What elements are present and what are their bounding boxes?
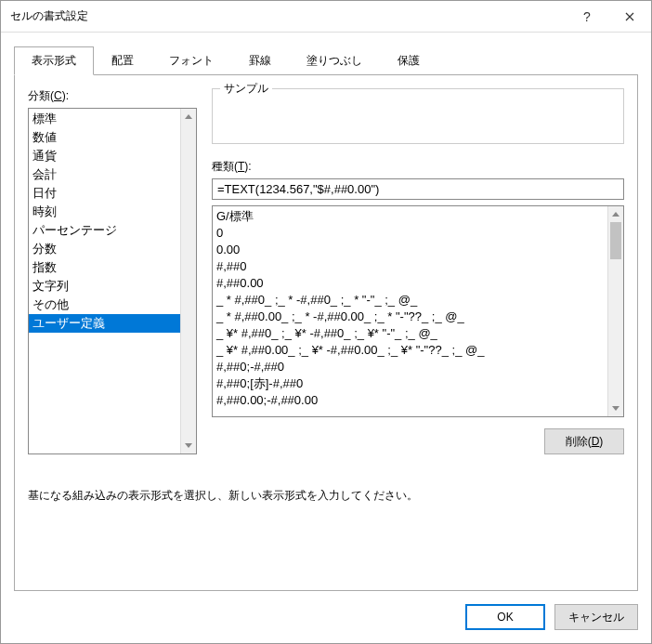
list-item[interactable]: #,##0;[赤]-#,##0 — [216, 375, 604, 392]
scroll-down-icon[interactable] — [608, 401, 623, 416]
list-item[interactable]: 0 — [216, 225, 604, 242]
category-column: 分類(C): 標準 数値 通貨 会計 日付 時刻 パーセンテージ 分数 指数 — [28, 88, 197, 454]
type-items: G/標準 0 0.00 #,##0 #,##0.00 _ * #,##0_ ;_… — [213, 206, 607, 416]
tab-number-format[interactable]: 表示形式 — [14, 46, 94, 75]
scroll-thumb[interactable] — [610, 222, 621, 259]
list-item[interactable]: 日付 — [29, 184, 180, 203]
list-item[interactable]: パーセンテージ — [29, 221, 180, 240]
tab-protection[interactable]: 保護 — [380, 46, 437, 75]
close-icon — [625, 12, 634, 21]
type-input[interactable] — [212, 178, 624, 200]
list-item[interactable]: #,##0 — [216, 258, 604, 275]
help-button[interactable]: ? — [566, 1, 608, 33]
tab-font[interactable]: フォント — [151, 46, 231, 75]
category-items: 標準 数値 通貨 会計 日付 時刻 パーセンテージ 分数 指数 文字列 その他 … — [29, 109, 180, 453]
list-item[interactable]: 0.00 — [216, 242, 604, 258]
list-item[interactable]: その他 — [29, 296, 180, 314]
list-item[interactable]: 通貨 — [29, 147, 180, 165]
list-item[interactable]: 文字列 — [29, 277, 180, 296]
dialog-format-cells: セルの書式設定 ? 表示形式 配置 フォント 罫線 塗りつぶし 保護 分類(C)… — [0, 0, 652, 644]
type-listbox[interactable]: G/標準 0 0.00 #,##0 #,##0.00 _ * #,##0_ ;_… — [212, 205, 624, 417]
sample-legend: サンプル — [220, 81, 272, 97]
list-item[interactable]: 時刻 — [29, 203, 180, 221]
tab-border[interactable]: 罫線 — [231, 46, 289, 75]
list-item[interactable]: _ ¥* #,##0.00_ ;_ ¥* -#,##0.00_ ;_ ¥* "-… — [216, 342, 604, 359]
delete-button[interactable]: 削除(D) — [544, 428, 624, 454]
list-item[interactable]: #,##0;-#,##0 — [216, 359, 604, 375]
dialog-footer: OK キャンセル — [1, 591, 651, 643]
list-item[interactable]: 分数 — [29, 240, 180, 258]
list-item[interactable]: _ * #,##0_ ;_ * -#,##0_ ;_ * "-"_ ;_ @_ — [216, 292, 604, 309]
tab-alignment[interactable]: 配置 — [94, 46, 151, 75]
cancel-button[interactable]: キャンセル — [554, 604, 638, 630]
scroll-up-icon[interactable] — [181, 109, 196, 125]
scroll-down-icon[interactable] — [181, 438, 196, 453]
category-label: 分類(C): — [28, 88, 197, 104]
scroll-track[interactable] — [608, 222, 623, 401]
titlebar: セルの書式設定 ? — [1, 1, 651, 33]
dialog-body: 表示形式 配置 フォント 罫線 塗りつぶし 保護 分類(C): 標準 数値 通貨… — [1, 33, 651, 591]
hint-text: 基になる組み込みの表示形式を選択し、新しい表示形式を入力してください。 — [28, 488, 624, 504]
tabpanel-number-format: 分類(C): 標準 数値 通貨 会計 日付 時刻 パーセンテージ 分数 指数 — [14, 74, 638, 591]
dialog-title: セルの書式設定 — [10, 8, 566, 24]
type-scrollbar[interactable] — [607, 206, 623, 416]
list-item[interactable]: _ ¥* #,##0_ ;_ ¥* -#,##0_ ;_ ¥* "-"_ ;_ … — [216, 325, 604, 342]
list-item[interactable]: #,##0.00;-#,##0.00 — [216, 392, 604, 409]
sample-fieldset: サンプル — [212, 88, 624, 144]
list-item[interactable]: #,##0.00 — [216, 275, 604, 292]
category-scrollbar[interactable] — [180, 109, 196, 453]
list-item[interactable]: 標準 — [29, 110, 180, 128]
list-item[interactable]: ユーザー定義 — [29, 314, 180, 333]
type-label: 種類(T): — [212, 159, 624, 175]
category-listbox[interactable]: 標準 数値 通貨 会計 日付 時刻 パーセンテージ 分数 指数 文字列 その他 … — [28, 108, 197, 454]
list-item[interactable]: 会計 — [29, 165, 180, 184]
scroll-track[interactable] — [181, 125, 196, 438]
ok-button[interactable]: OK — [465, 604, 545, 630]
close-button[interactable] — [608, 1, 651, 33]
delete-row: 削除(D) — [212, 428, 624, 454]
list-item[interactable]: 指数 — [29, 258, 180, 277]
scroll-up-icon[interactable] — [608, 206, 623, 222]
list-item[interactable]: G/標準 — [216, 208, 604, 225]
tab-fill[interactable]: 塗りつぶし — [289, 46, 380, 75]
tabbar: 表示形式 配置 フォント 罫線 塗りつぶし 保護 — [14, 46, 638, 75]
details-column: サンプル 種類(T): G/標準 0 0.00 #,##0 #,##0.00 _… — [212, 88, 624, 454]
list-item[interactable]: 数値 — [29, 128, 180, 147]
list-item[interactable]: _ * #,##0.00_ ;_ * -#,##0.00_ ;_ * "-"??… — [216, 309, 604, 325]
